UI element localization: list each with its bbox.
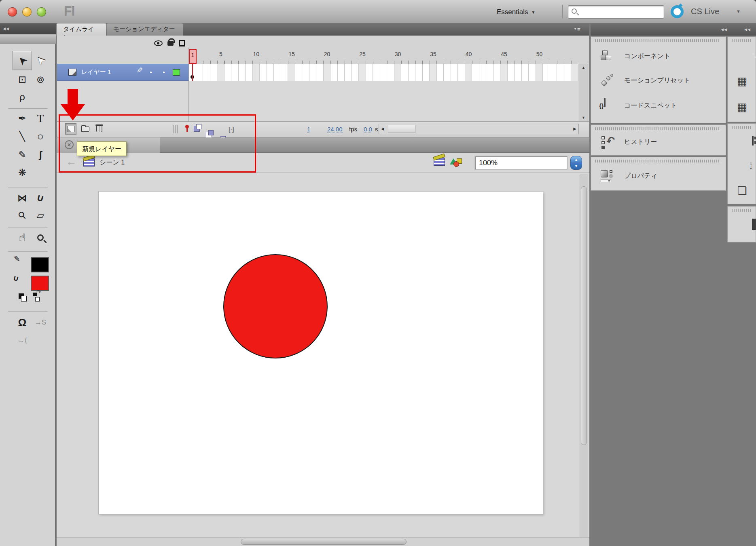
scroll-right-icon[interactable]: ▶ [573,126,576,131]
eraser-tool[interactable]: ▱ [32,207,49,224]
scrollbar-thumb[interactable] [581,186,587,445]
smooth-option[interactable]: →S [32,314,49,331]
stepper-up-icon[interactable]: ▲ [574,158,578,162]
close-icon[interactable]: ✕ [65,140,74,149]
frame-cell[interactable] [508,64,515,81]
frame-cell[interactable] [288,64,295,81]
frame-cell[interactable] [409,64,416,81]
frame-cell[interactable] [458,64,465,81]
frame-cell[interactable] [479,64,487,81]
frame-cell[interactable] [423,64,430,81]
panel-grip[interactable] [595,39,720,42]
frame-cell[interactable] [309,64,317,81]
scroll-down-icon[interactable]: ▼ [582,116,585,120]
show-hide-layers-icon[interactable] [154,40,163,46]
frame-cell[interactable] [430,64,437,81]
layer-name[interactable]: レイヤー 1 [81,68,134,76]
tools-panel-header[interactable] [0,34,56,44]
lock-layers-icon[interactable] [167,41,174,46]
hand-tool[interactable]: ☝ [13,229,31,247]
delete-layer-button[interactable] [93,123,105,135]
text-tool[interactable]: T [32,110,49,127]
frame-cell[interactable] [253,64,260,81]
frame-cell[interactable] [239,64,246,81]
kuler-panel-button[interactable]: ▦ [728,101,756,114]
frame-cell[interactable] [451,64,458,81]
frame-cell[interactable] [366,64,373,81]
collapse-icon-strip-button[interactable]: ◀◀ [744,27,751,32]
frame-cell[interactable] [359,64,366,81]
panel-grip[interactable] [732,126,751,129]
frame-cell[interactable] [571,64,578,81]
frame-cell[interactable] [316,64,324,81]
straighten-option[interactable]: →⟨ [13,331,31,349]
swap-colors-button[interactable] [33,293,37,296]
frame-cell[interactable] [557,64,564,81]
black-and-white-button[interactable] [19,293,24,299]
search-input[interactable] [580,6,661,17]
scrollbar-thumb[interactable] [241,539,407,545]
layer-visibility-dot[interactable]: • [144,69,157,76]
collapse-panels-button[interactable]: ◀◀ [721,27,727,32]
panel-grip[interactable] [595,127,720,130]
workspace-switcher[interactable]: Essentials ▼ [497,6,535,18]
frame-cell[interactable] [260,64,267,81]
onion-skin-outlines-button[interactable] [206,132,212,138]
stroke-color-swatch[interactable] [31,257,49,272]
frame-cell[interactable] [330,64,338,81]
red-circle-shape[interactable] [223,254,328,358]
panel-resize-grip[interactable] [173,125,178,133]
back-arrow-icon[interactable]: ← [66,155,77,168]
stage-zoom-input[interactable] [479,158,564,168]
timeline-horizontal-scrollbar[interactable]: ◀ ▶ [379,124,579,134]
frame-cell[interactable] [444,64,451,81]
pencil-tool[interactable]: ✎ [13,146,31,164]
info-panel-button[interactable]: i [728,161,756,171]
frame-cell[interactable] [352,64,359,81]
panel-grip[interactable] [732,209,751,212]
panel-button-properties[interactable]: プロパティ [591,166,726,186]
frame-cell[interactable] [493,64,501,81]
frame-cell[interactable] [522,64,529,81]
frame-cell[interactable] [401,64,409,81]
swatches-panel-button[interactable]: ▦ [728,75,756,88]
frame-cell[interactable] [267,64,274,81]
frame-cell[interactable] [246,64,253,81]
frame-cell[interactable] [231,64,239,81]
layer-lock-dot[interactable]: • [157,69,170,76]
frame-cell[interactable] [210,64,218,81]
panel-button-history[interactable]: ↷ ヒストリー [591,132,726,152]
line-tool[interactable]: ╲ [13,128,31,145]
chevron-down-icon[interactable]: ▼ [736,9,741,14]
panel-grip[interactable] [595,160,720,162]
scroll-up-icon[interactable]: ▲ [582,65,585,70]
collapse-tools-dock[interactable]: ◀◀ [0,23,56,34]
edit-scene-button[interactable] [434,158,445,166]
bone-tool[interactable]: ⋈ [13,189,31,207]
frame-cell[interactable] [394,64,402,81]
current-frame-value[interactable]: 1 [307,126,310,133]
frame-cell[interactable] [415,64,423,81]
paint-bucket-tool[interactable]: ∪ [32,189,49,207]
scrollbar-thumb[interactable] [388,125,415,133]
layer-outline-color-swatch[interactable] [173,69,180,76]
frame-cell[interactable] [295,64,303,81]
playhead[interactable]: 1 [189,49,197,64]
frame-cell[interactable] [196,64,203,81]
new-folder-button[interactable] [80,123,91,135]
frame-cell[interactable] [500,64,508,81]
frame-cell[interactable] [486,64,493,81]
eyedropper-tool[interactable]: ⚲ [13,207,31,224]
panel-button-code-snippets[interactable]: コードスニペット [591,96,726,116]
edit-symbols-button[interactable] [450,158,463,167]
frame-cell[interactable] [224,64,232,81]
timeline-split-divider[interactable] [188,48,189,121]
frame-cell[interactable] [203,64,210,81]
lasso-tool[interactable]: ρ [13,88,31,106]
subselection-tool[interactable]: ➤ [32,52,49,70]
frame-cell[interactable] [529,64,536,81]
frame-cell[interactable] [437,64,444,81]
new-layer-button[interactable] [65,123,76,135]
frame-cell[interactable] [465,64,472,81]
frame-cell[interactable] [515,64,522,81]
